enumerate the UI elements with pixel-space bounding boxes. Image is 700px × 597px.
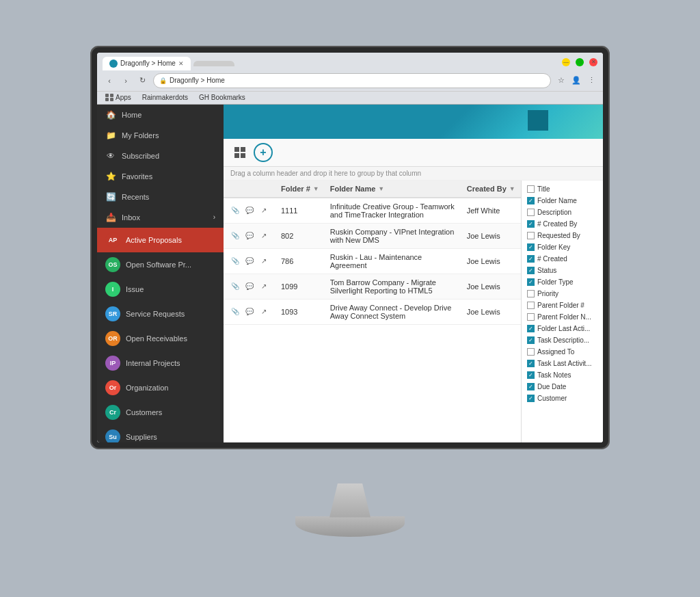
comment-btn[interactable]: 💬 [243, 306, 256, 318]
parent-folder-name-checkbox[interactable] [527, 313, 535, 321]
created-checkbox[interactable]: ✓ [527, 255, 535, 263]
folder-name-filter-icon[interactable]: ▼ [378, 185, 384, 192]
tab-close-btn[interactable]: ✕ [178, 60, 184, 67]
minimize-btn[interactable]: — [562, 58, 570, 66]
table-row[interactable]: 📎 💬 ↗ 1111 Infinitude Creative Group - T… [224, 198, 521, 224]
col-panel-created[interactable]: ✓ # Created [522, 253, 603, 265]
active-tab[interactable]: Dragonfly > Home ✕ [103, 57, 191, 70]
open-btn[interactable]: ↗ [258, 280, 270, 293]
sidebar-item-internal-projects[interactable]: IP Internal Projects [97, 351, 224, 375]
reload-btn[interactable]: ↻ [135, 74, 149, 88]
url-bar[interactable]: 🔒 Dragonfly > Home [153, 73, 551, 88]
due-date-checkbox[interactable]: ✓ [527, 383, 535, 390]
col-panel-due-date[interactable]: ✓ Due Date [522, 381, 603, 393]
description-checkbox[interactable] [527, 209, 535, 216]
col-created-by[interactable]: Created By ▼ [461, 181, 521, 198]
inactive-tab[interactable] [193, 61, 234, 66]
star-icon[interactable]: ☆ [555, 75, 567, 87]
title-checkbox[interactable] [527, 185, 535, 193]
assigned-to-checkbox[interactable] [527, 348, 535, 356]
folder-type-checkbox[interactable]: ✓ [527, 278, 535, 286]
task-description-checkbox[interactable]: ✓ [527, 336, 535, 344]
attach-btn[interactable]: 📎 [229, 306, 241, 318]
open-btn[interactable]: ↗ [258, 204, 270, 217]
parent-folder-num-checkbox[interactable] [527, 302, 535, 309]
col-panel-folder-type[interactable]: ✓ Folder Type [522, 276, 603, 288]
folder-name-checkbox[interactable]: ✓ [527, 197, 535, 204]
forward-btn[interactable]: › [119, 74, 133, 88]
col-panel-parent-folder-num[interactable]: Parent Folder # [522, 300, 603, 311]
comment-btn[interactable]: 💬 [243, 280, 256, 293]
created-by-filter-icon[interactable]: ▼ [509, 185, 515, 192]
folder-last-activ-checkbox[interactable]: ✓ [527, 325, 535, 332]
col-panel-customer[interactable]: ✓ Customer [522, 393, 603, 404]
attach-btn[interactable]: 📎 [229, 280, 241, 293]
col-panel-status[interactable]: ✓ Status [522, 265, 603, 276]
col-folder-num[interactable]: Folder # ▼ [275, 181, 325, 198]
grid-view-btn[interactable] [230, 143, 250, 162]
table-row[interactable]: 📎 💬 ↗ 1099 Tom Barrow Company - Migrate … [224, 274, 521, 299]
col-panel-folder-key[interactable]: ✓ Folder Key [522, 241, 603, 253]
status-checkbox[interactable]: ✓ [527, 267, 535, 274]
sidebar-item-active-proposals[interactable]: AP Active Proposals [97, 228, 224, 252]
comment-btn[interactable]: 💬 [243, 204, 256, 217]
sidebar-item-recents[interactable]: 🔄 Recents [97, 187, 224, 207]
col-panel-requested-by[interactable]: Requested By [522, 230, 603, 241]
col-panel-created-by[interactable]: ✓ # Created By [522, 218, 603, 230]
comment-btn[interactable]: 💬 [243, 255, 256, 267]
rainmakerdots-bookmark[interactable]: Rainmakerdots [139, 93, 191, 102]
my-folders-label: My Folders [122, 131, 159, 140]
attach-btn[interactable]: 📎 [229, 230, 241, 242]
close-btn[interactable]: ✕ [589, 58, 597, 66]
priority-checkbox[interactable] [527, 290, 535, 297]
data-table: Folder # ▼ Folder Name ▼ [224, 181, 521, 325]
customer-checkbox[interactable]: ✓ [527, 395, 535, 402]
maximize-btn[interactable]: □ [576, 58, 584, 66]
sidebar-item-issue[interactable]: I Issue [97, 277, 224, 302]
table-row[interactable]: 📎 💬 ↗ 802 Ruskin Company - VIPnet Integr… [224, 223, 521, 248]
attach-btn[interactable]: 📎 [229, 204, 241, 217]
col-panel-task-notes[interactable]: ✓ Task Notes [522, 369, 603, 381]
attach-btn[interactable]: 📎 [229, 255, 241, 267]
sidebar-item-service-requests[interactable]: SR Service Requests [97, 302, 224, 326]
table-row[interactable]: 📎 💬 ↗ 786 Ruskin - Lau - Maintenance Agr… [224, 248, 521, 274]
sidebar-item-customers[interactable]: Cr Customers [97, 400, 224, 425]
col-panel-parent-folder-name[interactable]: Parent Folder N... [522, 311, 603, 323]
col-panel-title[interactable]: Title [522, 183, 603, 195]
task-last-activity-checkbox[interactable]: ✓ [527, 360, 535, 367]
created-by-checkbox[interactable]: ✓ [527, 220, 535, 228]
sidebar-item-subscribed[interactable]: 👁 Subscribed [97, 146, 224, 166]
open-btn[interactable]: ↗ [258, 255, 270, 267]
profile-icon[interactable]: 👤 [570, 75, 582, 87]
add-folder-btn[interactable]: + [254, 143, 273, 162]
sidebar-item-inbox[interactable]: 📥 Inbox › [97, 207, 224, 228]
col-panel-folder-name[interactable]: ✓ Folder Name [522, 195, 603, 207]
col-panel-task-last-activity[interactable]: ✓ Task Last Activit... [522, 358, 603, 369]
sidebar-item-home[interactable]: 🏠 Home [97, 105, 224, 125]
col-panel-description[interactable]: Description [522, 207, 603, 218]
apps-bookmark[interactable]: Apps [103, 93, 134, 103]
col-folder-name[interactable]: Folder Name ▼ [325, 181, 461, 198]
folder-key-checkbox[interactable]: ✓ [527, 243, 535, 251]
open-btn[interactable]: ↗ [258, 230, 270, 242]
open-btn[interactable]: ↗ [258, 306, 270, 318]
folder-num-filter-icon[interactable]: ▼ [313, 185, 319, 192]
back-btn[interactable]: ‹ [103, 74, 116, 88]
col-panel-priority[interactable]: Priority [522, 288, 603, 300]
sidebar-item-favorites[interactable]: ⭐ Favorites [97, 166, 224, 187]
sidebar-item-open-receivables[interactable]: OR Open Receivables [97, 326, 224, 351]
sidebar-item-my-folders[interactable]: 📁 My Folders [97, 125, 224, 146]
sidebar-item-organization[interactable]: Or Organization [97, 375, 224, 400]
table-row[interactable]: 📎 💬 ↗ 1093 Drive Away Connect - Develop … [224, 299, 521, 324]
comment-btn[interactable]: 💬 [243, 230, 256, 242]
col-panel-folder-last-activ[interactable]: ✓ Folder Last Acti... [522, 323, 603, 334]
data-table-container[interactable]: Folder # ▼ Folder Name ▼ [224, 181, 521, 442]
sidebar-item-suppliers[interactable]: Su Suppliers [97, 425, 224, 442]
task-notes-checkbox[interactable]: ✓ [527, 371, 535, 379]
col-panel-assigned-to[interactable]: Assigned To [522, 346, 603, 358]
gh-bookmarks[interactable]: GH Bookmarks [196, 93, 248, 102]
requested-by-checkbox[interactable] [527, 232, 535, 239]
menu-icon[interactable]: ⋮ [585, 75, 597, 87]
sidebar-item-open-software[interactable]: OS Open Software Pr... [97, 252, 224, 277]
col-panel-task-description[interactable]: ✓ Task Descriptio... [522, 334, 603, 346]
